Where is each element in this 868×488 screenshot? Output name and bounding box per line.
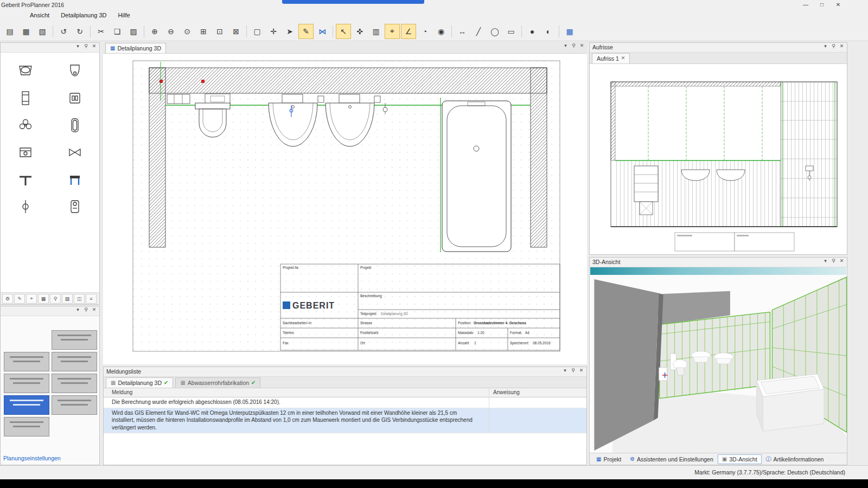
catalog-item-washbasin[interactable] — [14, 61, 37, 81]
catalog-item-urinal[interactable] — [63, 61, 87, 81]
zoom-in-button[interactable]: ⊕ — [147, 24, 162, 39]
column-meldung[interactable]: Meldung — [112, 389, 132, 395]
pin-icon[interactable]: ⚲ — [829, 43, 838, 49]
structure-block[interactable] — [52, 352, 97, 371]
structure-block[interactable] — [4, 417, 49, 436]
structure-block[interactable] — [4, 352, 49, 371]
save-button[interactable]: ▤ — [2, 24, 17, 39]
catalog-item-support-stool[interactable] — [63, 170, 87, 189]
structure-block[interactable] — [4, 374, 49, 393]
catalog-tool-button-1[interactable]: ⚙ — [2, 294, 13, 304]
planning-settings-link[interactable]: Planungseinstellungen — [3, 455, 61, 461]
tab-aufriss-1[interactable]: Aufriss 1 ✕ — [592, 53, 630, 63]
pin-icon[interactable]: ⚲ — [829, 258, 838, 264]
render-sphere-button[interactable]: ● — [525, 24, 540, 39]
close-icon[interactable]: ✕ — [621, 55, 626, 63]
pin-icon[interactable]: ⚲ — [82, 307, 90, 312]
zoom-fit-button[interactable]: ⊡ — [212, 24, 227, 39]
render-globe-button[interactable]: ◐ — [541, 24, 556, 39]
pin-icon[interactable]: ⚲ — [569, 368, 577, 373]
tab-projekt[interactable]: ▦ Projekt — [592, 454, 626, 464]
pipe-connect-button[interactable]: ⋈ — [315, 24, 330, 39]
close-icon[interactable]: ✕ — [90, 307, 98, 312]
draw-ellipse-button[interactable]: ◯ — [487, 24, 502, 39]
tab-artikelinformationen[interactable]: ⓘ Artikelinformationen — [762, 454, 828, 465]
catalog-item-cistern[interactable] — [14, 88, 37, 108]
catalog-tool-button-3[interactable]: ⌖ — [26, 294, 37, 304]
pin-icon[interactable]: ⚲ — [82, 43, 90, 49]
close-icon[interactable]: ✕ — [577, 368, 585, 373]
close-icon[interactable]: ✕ — [838, 43, 846, 49]
tab-messages-detailplanung[interactable]: ▦ Detailplanung 3D ✔ — [106, 377, 173, 388]
tab-detailplanung-3d[interactable]: ▦ Detailplanung 3D — [105, 43, 166, 53]
close-icon[interactable]: ✕ — [578, 43, 586, 48]
elevation-canvas[interactable] — [590, 63, 847, 255]
chevron-down-icon[interactable]: ▾ — [74, 43, 82, 49]
zoom-window-button[interactable]: ⊞ — [196, 24, 211, 39]
message-row-selected[interactable]: Wird das GIS Element für Wand-WC mit Ome… — [104, 408, 586, 434]
close-icon[interactable]: ✕ — [90, 43, 98, 49]
structure-block[interactable] — [52, 330, 97, 350]
catalog-item-shower[interactable] — [14, 115, 37, 135]
zoom-all-button[interactable]: ⊠ — [228, 24, 244, 39]
catalog-tool-button-7[interactable]: ◫ — [74, 294, 85, 304]
minimize-button[interactable]: — — [797, 0, 814, 9]
cut-button[interactable]: ✂ — [93, 24, 108, 39]
catalog-item-bathtub[interactable] — [63, 115, 87, 135]
view3d-canvas[interactable] — [590, 275, 847, 454]
structure-block[interactable] — [52, 395, 97, 415]
tab-assistenten-und-einstellungen[interactable]: ⚙ Assistenten und Einstellungen — [626, 454, 718, 464]
catalog-item-flush-device[interactable] — [63, 197, 87, 216]
chevron-down-icon[interactable]: ▾ — [821, 258, 829, 264]
parts-table-button[interactable]: ▦ — [562, 24, 577, 39]
undo-button[interactable]: ↺ — [56, 24, 71, 39]
redo-button[interactable]: ↻ — [72, 24, 87, 39]
print-button[interactable]: ▦ — [18, 24, 34, 39]
catalog-tool-button-4[interactable]: ▦ — [38, 294, 49, 304]
copy-button[interactable]: ❏ — [110, 24, 125, 39]
snap-point-button[interactable]: ◉ — [433, 24, 449, 39]
structure-block-selected[interactable] — [4, 395, 49, 415]
select-region-button[interactable]: ▢ — [250, 24, 265, 39]
menu-ansicht[interactable]: Ansicht — [25, 10, 54, 18]
maximize-button[interactable]: □ — [814, 0, 830, 9]
tab-3d-ansicht[interactable]: ▣ 3D-Ansicht — [718, 454, 762, 464]
paste-button[interactable]: ▨ — [126, 24, 141, 39]
move-button[interactable]: ✜ — [352, 24, 367, 39]
pin-icon[interactable]: ⚲ — [570, 43, 578, 48]
catalog-tool-button-8[interactable]: ≡ — [86, 294, 97, 304]
dimension-button[interactable]: ∠ — [401, 24, 416, 39]
menu-hilfe[interactable]: Hilfe — [113, 10, 135, 18]
column-anweisung[interactable]: Anweisung — [493, 389, 520, 395]
measure-button[interactable]: ⌖ — [385, 24, 400, 39]
catalog-tool-button-5[interactable]: ⚲ — [50, 294, 61, 304]
dim-horizontal-button[interactable]: ↔ — [455, 24, 470, 39]
close-icon[interactable]: ✕ — [838, 258, 846, 264]
draw-line-button[interactable]: ╱ — [471, 24, 486, 39]
report-button[interactable]: ▧ — [35, 24, 50, 39]
catalog-item-pipe-fitting[interactable] — [14, 170, 37, 189]
chevron-down-icon[interactable]: ▾ — [561, 43, 570, 48]
floor-plan-canvas[interactable]: Projekt-Nr. Projekt Beschreibung Teilpro… — [103, 53, 587, 364]
select-cursor-button[interactable]: ↖ — [336, 24, 351, 39]
catalog-item-valve[interactable] — [63, 143, 87, 162]
chevron-down-icon[interactable]: ▾ — [561, 368, 569, 373]
bathtub-fixture[interactable] — [442, 101, 511, 252]
structure-block[interactable] — [52, 374, 97, 393]
edit-button[interactable]: ✎ — [298, 24, 314, 39]
menu-detailplanung-3d[interactable]: Detailplanung 3D — [56, 10, 111, 18]
catalog-item-sink-unit[interactable] — [14, 143, 37, 162]
zoom-out-button[interactable]: ⊖ — [163, 24, 178, 39]
message-row[interactable]: Die Berechnung wurde erfolgreich abgesch… — [104, 397, 586, 408]
close-button[interactable]: ✕ — [830, 0, 846, 9]
catalog-item-stop-valve[interactable] — [14, 197, 37, 216]
catalog-tool-button-6[interactable]: ▧ — [62, 294, 73, 304]
zoom-previous-button[interactable]: ⊙ — [180, 24, 195, 39]
chevron-down-icon[interactable]: ▾ — [821, 43, 829, 49]
catalog-item-flush-plate[interactable] — [63, 88, 87, 108]
draw-rect-button[interactable]: ▭ — [503, 24, 519, 39]
catalog-tool-button-2[interactable]: ✎ — [14, 294, 25, 304]
chevron-down-icon[interactable]: ▾ — [74, 307, 82, 312]
pointer-button[interactable]: ➤ — [282, 24, 297, 39]
pan-button[interactable]: ✛ — [266, 24, 281, 39]
